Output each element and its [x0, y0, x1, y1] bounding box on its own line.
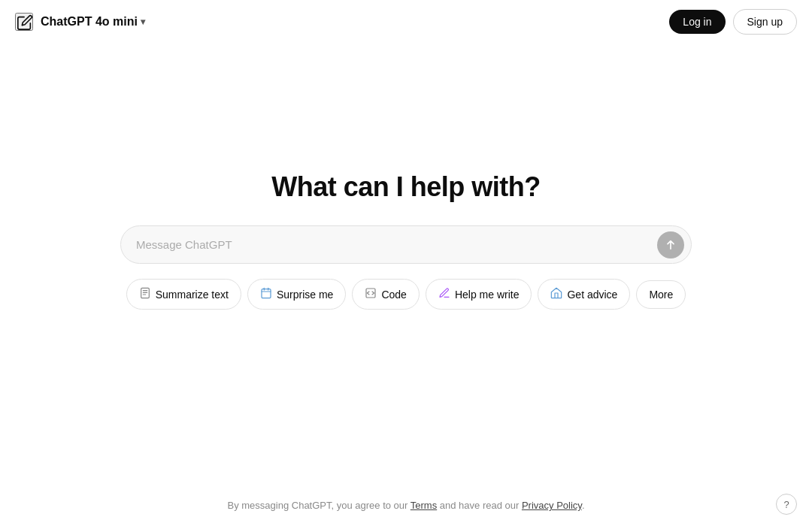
code-icon: [365, 287, 377, 301]
summarize-text-button[interactable]: Summarize text: [126, 279, 241, 310]
code-label: Code: [381, 289, 406, 301]
surprise-me-button[interactable]: Surprise me: [247, 279, 346, 310]
code-button[interactable]: Code: [352, 279, 419, 310]
advice-icon: [550, 287, 562, 301]
header: ChatGPT 4o mini ▾ Log in Sign up: [0, 0, 812, 44]
help-write-button[interactable]: Help me write: [426, 279, 532, 310]
login-button[interactable]: Log in: [669, 10, 725, 34]
help-write-label: Help me write: [455, 289, 520, 301]
message-input[interactable]: [120, 225, 692, 264]
model-selector[interactable]: ChatGPT 4o mini ▾: [41, 15, 145, 29]
footer-text-before: By messaging ChatGPT, you agree to our: [228, 500, 411, 511]
surprise-icon: [260, 287, 272, 301]
surprise-label: Surprise me: [277, 289, 333, 301]
header-right: Log in Sign up: [669, 9, 797, 35]
page-title: What can I help with?: [271, 171, 541, 203]
action-buttons-row: Summarize text Surprise me: [126, 279, 686, 310]
edit-icon-button[interactable]: [15, 13, 33, 31]
model-label: ChatGPT 4o mini: [41, 15, 138, 29]
summarize-icon: [139, 287, 151, 301]
get-advice-button[interactable]: Get advice: [538, 279, 630, 310]
header-left: ChatGPT 4o mini ▾: [15, 13, 145, 31]
privacy-link[interactable]: Privacy Policy: [522, 500, 582, 511]
chevron-down-icon: ▾: [141, 17, 145, 27]
footer-text-after: .: [582, 500, 585, 511]
summarize-label: Summarize text: [156, 289, 229, 301]
send-button[interactable]: [657, 231, 684, 258]
terms-link[interactable]: Terms: [411, 500, 437, 511]
footer: By messaging ChatGPT, you agree to our T…: [0, 500, 812, 511]
signup-button[interactable]: Sign up: [733, 9, 797, 35]
message-input-container: [120, 225, 692, 264]
main-content: What can I help with? Summarize text: [0, 0, 812, 526]
footer-text-middle: and have read our: [437, 500, 522, 511]
more-label: More: [649, 289, 673, 301]
more-button[interactable]: More: [636, 280, 686, 309]
svg-rect-4: [262, 289, 271, 298]
help-button[interactable]: ?: [776, 494, 797, 515]
write-icon: [438, 287, 450, 301]
get-advice-label: Get advice: [567, 289, 617, 301]
svg-rect-0: [141, 288, 149, 298]
